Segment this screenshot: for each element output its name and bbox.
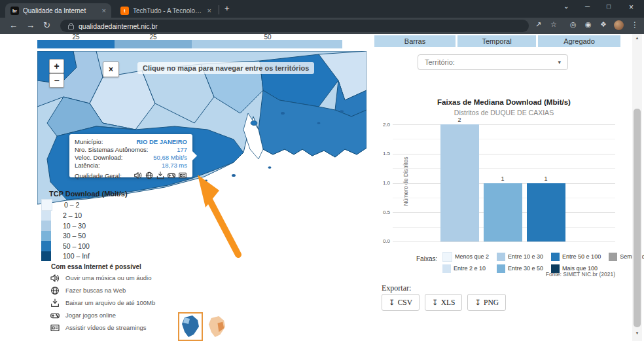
map-banner: Clique no mapa para navegar entre os ter… (137, 62, 314, 74)
legend-swatch (41, 211, 51, 221)
share-icon[interactable]: ↗ (535, 20, 541, 29)
map-zoom-out-button[interactable]: − (49, 73, 64, 88)
export-png-button[interactable]: ↧PNG (467, 294, 506, 311)
minimap-orange-thumbnail[interactable] (206, 314, 229, 341)
browser-window: br Qualidade da Internet × t TechTudo - … (0, 0, 644, 341)
scroll-up-icon[interactable]: ▲ (632, 36, 642, 40)
profile-avatar[interactable] (614, 20, 624, 30)
back-icon[interactable]: ← (9, 20, 18, 30)
export-csv-button[interactable]: ↧CSV (382, 294, 420, 311)
tab-qualidade[interactable]: br Qualidade da Internet × (5, 3, 111, 18)
capability-label: Ouvir uma música ou um áudio (65, 274, 151, 281)
bar-segment (37, 40, 115, 48)
bookmark-star-icon[interactable]: ☆ (550, 20, 557, 29)
tooltip-label: Qualidade Geral: (75, 172, 122, 179)
tab-divider (219, 5, 219, 14)
annotation-arrow (183, 167, 255, 262)
lock-icon (68, 25, 74, 29)
button-label: XLS (441, 298, 456, 306)
scroll-down-icon[interactable]: ▼ (632, 331, 642, 335)
capability-label: Assistir vídeos de streamings (65, 324, 147, 331)
bar-entre-10-e-30[interactable] (440, 124, 479, 242)
url-text: qualidadedainternet.nic.br (79, 22, 522, 30)
capability-label: Baixar um arquivo de até 100Mb (65, 299, 155, 306)
legend-item: Entre 50 e 100 (551, 252, 601, 261)
scrollbar-thumb[interactable] (634, 109, 641, 327)
territory-select[interactable]: Território: ▾ (418, 54, 568, 70)
panel-tab-temporal[interactable]: Temporal (457, 35, 536, 47)
legend-swatch (609, 253, 617, 261)
window-maximize-button[interactable]: □ (607, 3, 611, 10)
window-menu-icon[interactable]: ⌄ (564, 3, 569, 10)
tab-label: Agregado (564, 37, 595, 45)
tooltip-value: 177 (177, 146, 187, 154)
window-minimize-button[interactable]: ─ (585, 3, 590, 10)
legend-swatch (41, 231, 51, 242)
tab-techtudo[interactable]: t TechTudo - A Tecnologia Descon × (115, 3, 217, 18)
legend-label: 30 – 50 (63, 232, 86, 240)
new-tab-button[interactable]: + (224, 3, 230, 13)
bar-segment (115, 40, 192, 48)
legend-swatch (41, 199, 52, 211)
capability-label: Fazer buscas na Web (65, 287, 126, 294)
speaker-icon (50, 273, 60, 283)
shield-extension-icon[interactable]: ◎ (570, 20, 577, 29)
legend-swatch (551, 253, 560, 261)
tab-close-icon[interactable]: × (207, 7, 211, 14)
capabilities-list: Ouvir uma música ou um áudio Fazer busca… (50, 272, 155, 334)
map-legend-title: TCP Download (Mbit/s) (49, 190, 128, 198)
export-buttons: ↧CSV ↧XLS ↧PNG (382, 294, 506, 311)
panel-tab-barras[interactable]: Barras (374, 35, 456, 47)
forward-icon[interactable]: → (26, 20, 35, 30)
bar-entre-30-e-50[interactable] (484, 183, 522, 242)
legend-item: Menos que 2 (442, 252, 489, 261)
chart-subtitle: Distritos de DUQUE DE CAXIAS (393, 109, 615, 117)
export-label: Exportar: (382, 283, 411, 293)
tooltip-value: 50,68 Mbit/s (153, 154, 187, 162)
download-icon: ↧ (474, 298, 481, 307)
tooltip-label: Município: (75, 138, 103, 146)
map-close-button[interactable]: × (103, 62, 119, 77)
window-close-button[interactable]: × (629, 3, 634, 12)
legend-label: Entre 2 e 10 (454, 265, 486, 272)
capability-label: Jogar jogos online (65, 312, 116, 319)
kebab-menu-icon[interactable]: ⋮ (631, 20, 639, 29)
nicbr-favicon: br (10, 7, 19, 15)
bar-entre-50-e-100[interactable] (527, 183, 565, 242)
camera-extension-icon[interactable]: ◉ (585, 20, 592, 29)
territory-placeholder: Território: (425, 58, 455, 66)
speaker-icon (134, 171, 143, 180)
legend-swatch (41, 251, 51, 262)
legend-label: Entre 50 e 100 (562, 253, 601, 260)
y-tick: 2.0 (376, 122, 390, 128)
chevron-down-icon: ▾ (558, 59, 561, 65)
url-bar[interactable]: qualidadedainternet.nic.br (60, 20, 529, 32)
web-search-icon (145, 171, 154, 180)
capabilities-title: Com essa Internet é possível (51, 263, 141, 270)
button-label: CSV (398, 298, 412, 306)
gamepad-icon (50, 310, 60, 321)
panel-tab-agregado[interactable]: Agregado (538, 35, 620, 47)
legend-swatch (497, 253, 505, 261)
legend-swatch (41, 241, 51, 251)
map-tooltip: Município: RIO DE JANEIRO Nro. Sistemas … (69, 134, 192, 177)
speed-distribution-bar (37, 40, 342, 48)
legend-label: 2 – 10 (63, 211, 82, 219)
map-zoom-in-button[interactable]: + (49, 59, 64, 73)
download-icon: ↧ (432, 298, 438, 307)
extensions-puzzle-icon[interactable]: ❖ (600, 20, 607, 29)
streaming-card-icon (50, 323, 60, 333)
minimap-blue-thumbnail[interactable] (178, 312, 203, 341)
tab-title: Qualidade da Internet (23, 7, 98, 14)
legend-label: Menos que 2 (455, 253, 489, 260)
tooltip-value: RIO DE JANEIRO (136, 138, 187, 146)
tab-title: TechTudo - A Tecnologia Descon (133, 7, 204, 14)
reload-icon[interactable]: ↻ (43, 20, 50, 30)
bar-value-label: 1 (496, 175, 509, 182)
legend-label: Entre 10 e 30 (508, 253, 543, 260)
tab-close-icon[interactable]: × (102, 7, 106, 14)
chart-title: Faixas de Mediana Download (Mbit/s) (393, 98, 615, 106)
export-xls-button[interactable]: ↧XLS (425, 294, 462, 311)
tab-label: Temporal (482, 37, 511, 45)
y-tick: 1.5 (376, 151, 390, 156)
